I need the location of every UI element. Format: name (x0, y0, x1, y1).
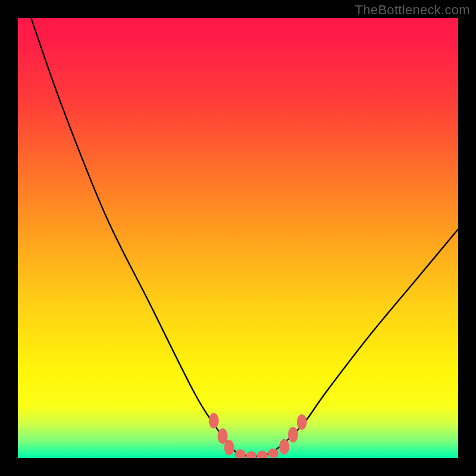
curve-marker (224, 440, 234, 455)
curve-marker (288, 427, 298, 443)
chart-frame: TheBottleneck.com (0, 0, 476, 476)
curve-marker (279, 439, 289, 455)
curve-marker (257, 451, 268, 458)
curve-marker (246, 451, 256, 458)
curve-marker (209, 413, 219, 428)
plot-area (18, 18, 458, 458)
curve-marker (268, 449, 278, 458)
bottleneck-curve (31, 18, 458, 456)
watermark-text: TheBottleneck.com (355, 2, 470, 18)
curve-markers (209, 413, 307, 458)
curve-marker (297, 414, 307, 430)
chart-svg (18, 18, 458, 458)
curve-marker (235, 449, 246, 458)
